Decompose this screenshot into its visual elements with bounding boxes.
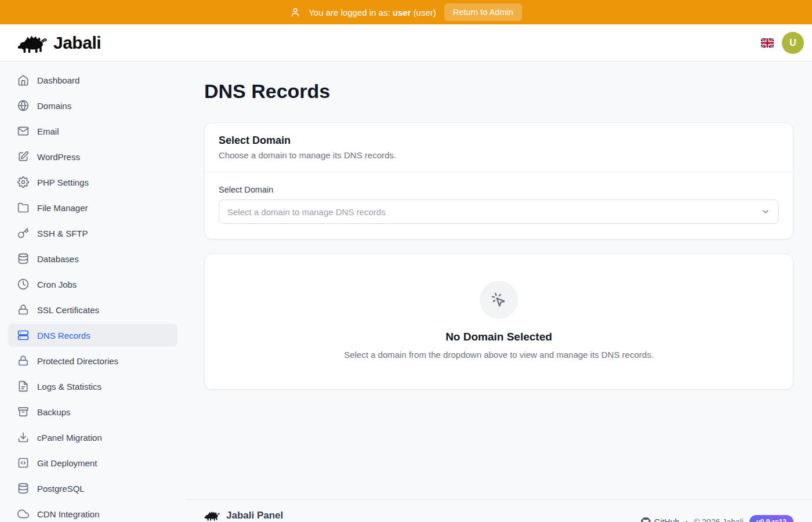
download-icon [17,432,29,443]
github-icon [641,517,651,522]
sidebar-item-php-settings[interactable]: PHP Settings [8,171,177,194]
domain-select-dropdown[interactable]: Select a domain to manage DNS records [219,200,779,224]
sidebar-item-ssl-certificates[interactable]: SSL Certificates [8,298,177,321]
sidebar-item-label: File Manager [37,203,88,213]
sidebar-item-backups[interactable]: Backups [8,400,177,423]
select-domain-card-body: Select Domain Select a domain to manage … [205,172,793,239]
database-icon [17,483,29,494]
page-title: DNS Records [204,80,793,103]
empty-state-icon-wrap [480,281,518,319]
return-to-admin-button[interactable]: Return to Admin [444,3,522,21]
select-domain-card-subtitle: Choose a domain to manage its DNS record… [219,150,779,160]
sidebar-item-databases[interactable]: Databases [8,247,177,270]
cloud-icon [17,508,29,520]
gear-icon [17,176,29,188]
empty-state-title: No Domain Selected [219,331,779,343]
archive-icon [17,406,29,418]
sidebar-item-label: PHP Settings [37,177,89,187]
boar-logo-icon [17,32,48,54]
sidebar-item-postgresql[interactable]: PostgreSQL [8,477,177,500]
brand-logo[interactable]: Jabali [17,32,101,54]
sidebar-item-cron-jobs[interactable]: Cron Jobs [8,273,177,296]
mail-icon [17,125,29,137]
empty-state-description: Select a domain from the dropdown above … [342,349,655,361]
select-domain-card: Select Domain Choose a domain to manage … [204,122,793,240]
chevron-down-icon [761,207,770,216]
sidebar-item-label: Domains [37,101,71,111]
footer-separator: • [685,517,688,522]
main-content: DNS Records Select Domain Choose a domai… [186,61,812,522]
footer-meta: GitHub • © 2026 Jabali v0.9-rc12 [641,500,793,522]
sidebar-item-label: CDN Integration [37,509,100,519]
sidebar-item-wordpress[interactable]: WordPress [8,145,177,168]
globe-icon [17,100,29,111]
sidebar-item-cpanel-migration[interactable]: cPanel Migration [8,426,177,449]
app-footer: Jabali Panel GitHub • © 2026 Jabali v0.9… [186,499,812,522]
sidebar-item-label: Databases [37,254,79,264]
pen-icon [17,151,29,162]
footer-brand: Jabali Panel [204,500,283,521]
user-avatar[interactable]: U [782,32,804,54]
sidebar-item-email[interactable]: Email [8,119,177,143]
sidebar-item-dashboard[interactable]: Dashboard [8,68,177,92]
sidebar-item-label: Logs & Statistics [37,382,102,392]
home-icon [17,74,29,86]
footer-brand-name: Jabali Panel [226,510,283,521]
select-domain-card-header: Select Domain Choose a domain to manage … [205,123,793,172]
database-icon [17,253,29,264]
sidebar-item-cdn-integration[interactable]: CDN Integration [8,502,177,522]
file-icon [17,380,29,392]
app-header: Jabali U [0,24,812,61]
version-badge: v0.9-rc12 [749,515,793,522]
sidebar-item-domains[interactable]: Domains [8,94,177,117]
sidebar-item-label: Dashboard [37,75,79,85]
domain-select-placeholder: Select a domain to manage DNS records [227,207,386,217]
impersonated-username: user [393,8,411,17]
sidebar-item-label: Email [37,126,59,136]
sidebar-item-file-manager[interactable]: File Manager [8,196,177,219]
select-domain-card-title: Select Domain [219,135,779,147]
sidebar-item-label: Git Deployment [37,458,97,468]
sidebar-item-label: cPanel Migration [37,433,102,443]
folder-icon [17,202,29,213]
sidebar-item-label: Backups [37,407,71,417]
body-row: DashboardDomainsEmailWordPressPHP Settin… [0,61,812,522]
language-flag-icon[interactable] [761,38,774,48]
impersonation-banner: You are logged in as: user (user) Return… [0,0,812,24]
sidebar-item-git-deployment[interactable]: Git Deployment [8,451,177,474]
sidebar-item-dns-records[interactable]: DNS Records [8,324,177,347]
code-icon [17,457,29,469]
boar-footer-icon [204,509,220,521]
github-link[interactable]: GitHub [641,517,680,522]
cursor-click-icon [491,292,507,308]
sidebar-item-label: SSH & SFTP [37,229,88,238]
header-actions: U [761,32,804,54]
sidebar-item-protected-directories[interactable]: Protected Directories [8,349,177,372]
sidebar-item-label: SSL Certificates [37,305,99,315]
server-icon [17,329,29,341]
domain-select-label: Select Domain [219,185,779,194]
sidebar-item-label: Protected Directories [37,356,118,366]
impersonation-message: You are logged in as: user (user) [309,8,436,17]
lock-icon [17,304,29,316]
sidebar-item-label: PostgreSQL [37,484,85,494]
app-root: You are logged in as: user (user) Return… [0,0,812,522]
sidebar-item-label: Cron Jobs [37,280,77,289]
footer-copyright: © 2026 Jabali [694,517,744,522]
sidebar-item-ssh-sftp[interactable]: SSH & SFTP [8,222,177,245]
clock-icon [17,278,29,290]
key-icon [17,227,29,239]
sidebar-item-label: DNS Records [37,331,90,340]
sidebar-item-label: WordPress [37,152,80,162]
github-label: GitHub [654,517,680,522]
impersonated-role: (user) [414,8,436,17]
sidebar-item-logs-statistics[interactable]: Logs & Statistics [8,375,177,398]
sidebar-nav: DashboardDomainsEmailWordPressPHP Settin… [0,61,186,522]
empty-state-card: No Domain Selected Select a domain from … [204,253,793,390]
lock-icon [17,355,29,367]
brand-name: Jabali [53,33,101,53]
person-icon [290,7,300,17]
